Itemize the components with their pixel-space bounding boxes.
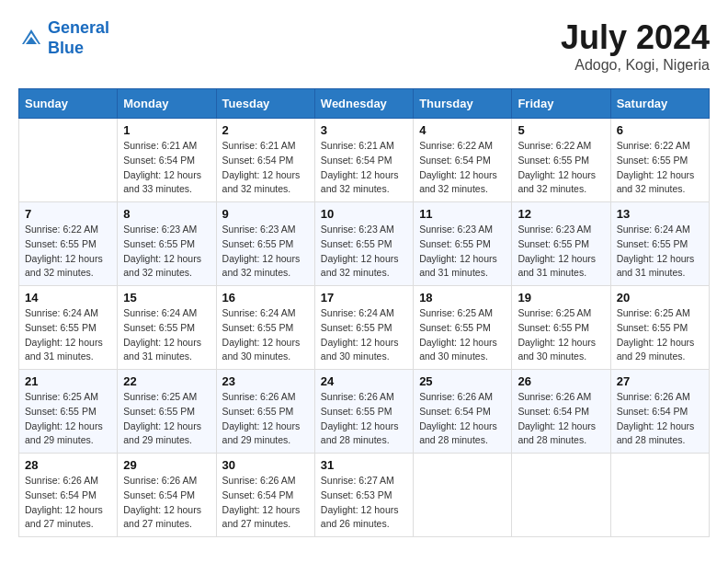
cell-info: Sunrise: 6:26 AMSunset: 6:54 PMDaylight:… bbox=[617, 390, 703, 448]
day-number: 23 bbox=[222, 374, 309, 388]
day-number: 24 bbox=[321, 374, 407, 388]
day-number: 4 bbox=[419, 123, 506, 137]
calendar-cell: 30Sunrise: 6:26 AMSunset: 6:54 PMDayligh… bbox=[216, 454, 314, 537]
logo-line2: Blue bbox=[48, 39, 84, 57]
week-row-1: 1Sunrise: 6:21 AMSunset: 6:54 PMDaylight… bbox=[19, 119, 710, 202]
weekday-header-thursday: Thursday bbox=[414, 89, 512, 119]
day-number: 28 bbox=[25, 458, 111, 472]
calendar-cell: 20Sunrise: 6:25 AMSunset: 6:55 PMDayligh… bbox=[610, 286, 709, 370]
cell-info: Sunrise: 6:22 AMSunset: 6:55 PMDaylight:… bbox=[25, 223, 111, 281]
cell-info: Sunrise: 6:24 AMSunset: 6:55 PMDaylight:… bbox=[222, 306, 309, 364]
location: Adogo, Kogi, Nigeria bbox=[561, 57, 710, 74]
cell-info: Sunrise: 6:22 AMSunset: 6:55 PMDaylight:… bbox=[518, 139, 604, 197]
weekday-header-saturday: Saturday bbox=[610, 89, 709, 119]
cell-info: Sunrise: 6:23 AMSunset: 6:55 PMDaylight:… bbox=[222, 223, 309, 281]
cell-info: Sunrise: 6:24 AMSunset: 6:55 PMDaylight:… bbox=[25, 306, 111, 364]
cell-info: Sunrise: 6:21 AMSunset: 6:54 PMDaylight:… bbox=[123, 139, 210, 197]
calendar-cell: 19Sunrise: 6:25 AMSunset: 6:55 PMDayligh… bbox=[512, 286, 610, 370]
cell-info: Sunrise: 6:26 AMSunset: 6:55 PMDaylight:… bbox=[222, 390, 309, 448]
day-number: 17 bbox=[321, 291, 407, 304]
calendar-cell: 21Sunrise: 6:25 AMSunset: 6:55 PMDayligh… bbox=[19, 370, 118, 454]
title-area: July 2024 Adogo, Kogi, Nigeria bbox=[561, 18, 710, 74]
weekday-header-monday: Monday bbox=[118, 89, 216, 119]
calendar-cell bbox=[19, 119, 118, 202]
calendar-cell bbox=[610, 454, 709, 537]
day-number: 20 bbox=[617, 291, 703, 304]
cell-info: Sunrise: 6:23 AMSunset: 6:55 PMDaylight:… bbox=[123, 223, 210, 281]
calendar-cell: 22Sunrise: 6:25 AMSunset: 6:55 PMDayligh… bbox=[118, 370, 216, 454]
calendar-cell bbox=[414, 454, 512, 537]
cell-info: Sunrise: 6:25 AMSunset: 6:55 PMDaylight:… bbox=[25, 390, 111, 448]
cell-info: Sunrise: 6:26 AMSunset: 6:54 PMDaylight:… bbox=[25, 474, 111, 532]
week-row-2: 7Sunrise: 6:22 AMSunset: 6:55 PMDaylight… bbox=[19, 202, 710, 286]
calendar-cell: 23Sunrise: 6:26 AMSunset: 6:55 PMDayligh… bbox=[216, 370, 314, 454]
weekday-header-wednesday: Wednesday bbox=[314, 89, 413, 119]
calendar-cell: 3Sunrise: 6:21 AMSunset: 6:54 PMDaylight… bbox=[314, 119, 413, 202]
calendar-cell: 26Sunrise: 6:26 AMSunset: 6:54 PMDayligh… bbox=[512, 370, 610, 454]
weekday-header-row: SundayMondayTuesdayWednesdayThursdayFrid… bbox=[19, 89, 710, 119]
logo: General Blue bbox=[18, 18, 109, 58]
cell-info: Sunrise: 6:27 AMSunset: 6:53 PMDaylight:… bbox=[321, 474, 407, 532]
calendar-cell: 9Sunrise: 6:23 AMSunset: 6:55 PMDaylight… bbox=[216, 202, 314, 286]
calendar-cell: 4Sunrise: 6:22 AMSunset: 6:54 PMDaylight… bbox=[414, 119, 512, 202]
calendar-cell: 5Sunrise: 6:22 AMSunset: 6:55 PMDaylight… bbox=[512, 119, 610, 202]
calendar-cell: 24Sunrise: 6:26 AMSunset: 6:55 PMDayligh… bbox=[314, 370, 413, 454]
calendar-cell: 18Sunrise: 6:25 AMSunset: 6:55 PMDayligh… bbox=[414, 286, 512, 370]
calendar-cell: 17Sunrise: 6:24 AMSunset: 6:55 PMDayligh… bbox=[314, 286, 413, 370]
logo-text: General Blue bbox=[48, 18, 109, 58]
cell-info: Sunrise: 6:21 AMSunset: 6:54 PMDaylight:… bbox=[321, 139, 407, 197]
day-number: 19 bbox=[518, 291, 604, 304]
calendar-cell: 28Sunrise: 6:26 AMSunset: 6:54 PMDayligh… bbox=[19, 454, 118, 537]
cell-info: Sunrise: 6:23 AMSunset: 6:55 PMDaylight:… bbox=[321, 223, 407, 281]
week-row-3: 14Sunrise: 6:24 AMSunset: 6:55 PMDayligh… bbox=[19, 286, 710, 370]
month-year: July 2024 bbox=[561, 18, 710, 57]
calendar-cell: 15Sunrise: 6:24 AMSunset: 6:55 PMDayligh… bbox=[118, 286, 216, 370]
page-container: General Blue July 2024 Adogo, Kogi, Nige… bbox=[18, 18, 710, 537]
weekday-header-friday: Friday bbox=[512, 89, 610, 119]
day-number: 12 bbox=[518, 207, 604, 221]
cell-info: Sunrise: 6:24 AMSunset: 6:55 PMDaylight:… bbox=[321, 306, 407, 364]
cell-info: Sunrise: 6:23 AMSunset: 6:55 PMDaylight:… bbox=[419, 223, 506, 281]
cell-info: Sunrise: 6:22 AMSunset: 6:54 PMDaylight:… bbox=[419, 139, 506, 197]
day-number: 29 bbox=[123, 458, 210, 472]
calendar-cell: 16Sunrise: 6:24 AMSunset: 6:55 PMDayligh… bbox=[216, 286, 314, 370]
cell-info: Sunrise: 6:26 AMSunset: 6:54 PMDaylight:… bbox=[123, 474, 210, 532]
header: General Blue July 2024 Adogo, Kogi, Nige… bbox=[18, 18, 710, 74]
day-number: 25 bbox=[419, 374, 506, 388]
cell-info: Sunrise: 6:26 AMSunset: 6:54 PMDaylight:… bbox=[419, 390, 506, 448]
calendar-cell: 12Sunrise: 6:23 AMSunset: 6:55 PMDayligh… bbox=[512, 202, 610, 286]
day-number: 26 bbox=[518, 374, 604, 388]
calendar-cell: 7Sunrise: 6:22 AMSunset: 6:55 PMDaylight… bbox=[19, 202, 118, 286]
calendar-cell: 11Sunrise: 6:23 AMSunset: 6:55 PMDayligh… bbox=[414, 202, 512, 286]
day-number: 11 bbox=[419, 207, 506, 221]
cell-info: Sunrise: 6:23 AMSunset: 6:55 PMDaylight:… bbox=[518, 223, 604, 281]
day-number: 6 bbox=[617, 123, 703, 137]
day-number: 16 bbox=[222, 291, 309, 304]
calendar-cell: 8Sunrise: 6:23 AMSunset: 6:55 PMDaylight… bbox=[118, 202, 216, 286]
day-number: 21 bbox=[25, 374, 111, 388]
cell-info: Sunrise: 6:24 AMSunset: 6:55 PMDaylight:… bbox=[617, 223, 703, 281]
day-number: 9 bbox=[222, 207, 309, 221]
day-number: 10 bbox=[321, 207, 407, 221]
weekday-header-tuesday: Tuesday bbox=[216, 89, 314, 119]
day-number: 18 bbox=[419, 291, 506, 304]
cell-info: Sunrise: 6:25 AMSunset: 6:55 PMDaylight:… bbox=[617, 306, 703, 364]
day-number: 13 bbox=[617, 207, 703, 221]
day-number: 22 bbox=[123, 374, 210, 388]
day-number: 8 bbox=[123, 207, 210, 221]
calendar-cell: 2Sunrise: 6:21 AMSunset: 6:54 PMDaylight… bbox=[216, 119, 314, 202]
day-number: 3 bbox=[321, 123, 407, 137]
day-number: 31 bbox=[321, 458, 407, 472]
calendar-cell: 29Sunrise: 6:26 AMSunset: 6:54 PMDayligh… bbox=[118, 454, 216, 537]
cell-info: Sunrise: 6:24 AMSunset: 6:55 PMDaylight:… bbox=[123, 306, 210, 364]
cell-info: Sunrise: 6:25 AMSunset: 6:55 PMDaylight:… bbox=[518, 306, 604, 364]
calendar-cell: 25Sunrise: 6:26 AMSunset: 6:54 PMDayligh… bbox=[414, 370, 512, 454]
week-row-5: 28Sunrise: 6:26 AMSunset: 6:54 PMDayligh… bbox=[19, 454, 710, 537]
calendar-table: SundayMondayTuesdayWednesdayThursdayFrid… bbox=[18, 88, 710, 537]
calendar-cell: 6Sunrise: 6:22 AMSunset: 6:55 PMDaylight… bbox=[610, 119, 709, 202]
cell-info: Sunrise: 6:26 AMSunset: 6:54 PMDaylight:… bbox=[518, 390, 604, 448]
day-number: 30 bbox=[222, 458, 309, 472]
day-number: 1 bbox=[123, 123, 210, 137]
day-number: 2 bbox=[222, 123, 309, 137]
calendar-cell: 1Sunrise: 6:21 AMSunset: 6:54 PMDaylight… bbox=[118, 119, 216, 202]
